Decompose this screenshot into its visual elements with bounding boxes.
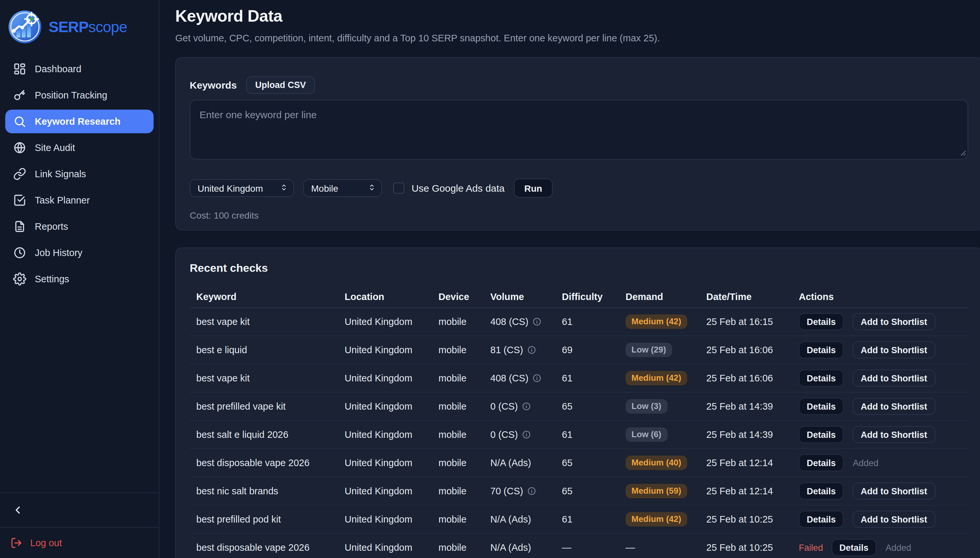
details-button[interactable]: Details <box>799 454 844 471</box>
info-icon[interactable] <box>522 430 531 439</box>
sidebar-item-dashboard[interactable]: Dashboard <box>5 57 154 81</box>
recent-checks-card: Recent checks KeywordLocationDeviceVolum… <box>175 248 980 558</box>
info-icon[interactable] <box>527 486 536 496</box>
cell-device: mobile <box>432 317 484 327</box>
details-button[interactable]: Details <box>832 539 877 556</box>
cell-difficulty: 61 <box>555 429 619 440</box>
cell-actions: DetailsAdd to Shortlist <box>792 511 968 528</box>
add-to-shortlist-button[interactable]: Add to Shortlist <box>853 426 935 443</box>
sidebar-item-label: Dashboard <box>35 64 81 74</box>
add-to-shortlist-button[interactable]: Add to Shortlist <box>853 483 935 500</box>
cell-difficulty: 61 <box>555 514 619 525</box>
location-select[interactable]: United Kingdom <box>190 179 294 197</box>
cell-datetime: 25 Feb at 14:39 <box>700 429 792 440</box>
cell-datetime: 25 Feb at 16:06 <box>700 345 792 355</box>
keywords-label: Keywords <box>190 79 237 90</box>
sidebar-item-task-planner[interactable]: Task Planner <box>5 189 154 212</box>
sidebar-item-label: Site Audit <box>35 143 75 153</box>
cell-keyword: best salt e liquid 2026 <box>190 429 338 440</box>
demand-badge: Medium (40) <box>626 456 687 470</box>
clock-icon <box>13 246 26 259</box>
recent-checks-title: Recent checks <box>190 262 968 275</box>
details-button[interactable]: Details <box>799 313 844 330</box>
cell-volume: N/A (Ads) <box>484 542 555 553</box>
add-to-shortlist-button[interactable]: Add to Shortlist <box>853 398 935 415</box>
upload-csv-button[interactable]: Upload CSV <box>246 76 315 94</box>
cell-keyword: best prefilled pod kit <box>190 514 338 525</box>
device-select[interactable]: Mobile <box>303 179 382 197</box>
details-button[interactable]: Details <box>799 369 844 387</box>
sidebar-collapse-button[interactable] <box>9 502 26 519</box>
details-button[interactable]: Details <box>799 483 844 500</box>
location-select-value: United Kingdom <box>198 183 263 193</box>
cell-keyword: best nic salt brands <box>190 486 338 496</box>
logout-button[interactable]: Log out <box>0 528 159 558</box>
column-header-device: Device <box>432 291 484 302</box>
cell-actions: DetailsAdd to Shortlist <box>792 341 968 358</box>
info-icon[interactable] <box>527 345 536 354</box>
add-to-shortlist-button[interactable]: Add to Shortlist <box>853 511 935 528</box>
cell-difficulty: 69 <box>555 345 619 355</box>
cell-keyword: best disposable vape 2026 <box>190 542 338 553</box>
cell-actions: DetailsAdd to Shortlist <box>792 369 968 387</box>
column-header-location: Location <box>338 291 432 302</box>
sidebar-item-label: Task Planner <box>35 195 90 205</box>
sidebar-item-job-history[interactable]: Job History <box>5 241 154 264</box>
info-icon[interactable] <box>522 402 531 411</box>
cell-location: United Kingdom <box>338 317 432 327</box>
details-button[interactable]: Details <box>799 426 844 443</box>
cell-keyword: best vape kit <box>190 373 338 383</box>
cell-volume: 408 (CS) <box>484 317 555 327</box>
details-button[interactable]: Details <box>799 341 844 358</box>
table-row: best prefilled pod kitUnited Kingdommobi… <box>190 505 968 534</box>
cell-datetime: 25 Feb at 10:25 <box>700 514 792 525</box>
cell-datetime: 25 Feb at 12:14 <box>700 486 792 496</box>
info-icon[interactable] <box>533 317 541 326</box>
sidebar-nav: DashboardPosition TrackingKeyword Resear… <box>0 53 159 492</box>
column-header-difficulty: Difficulty <box>555 291 619 302</box>
sidebar-item-site-audit[interactable]: Site Audit <box>5 136 154 159</box>
page-subtitle: Get volume, CPC, competition, intent, di… <box>175 33 980 43</box>
cell-keyword: best e liquid <box>190 345 338 355</box>
column-header-date-time: Date/Time <box>700 291 792 302</box>
cell-datetime: 25 Feb at 16:15 <box>700 317 792 327</box>
sidebar-item-keyword-research[interactable]: Keyword Research <box>5 110 154 133</box>
cell-keyword: best prefilled vape kit <box>190 401 338 412</box>
cell-device: mobile <box>432 373 484 383</box>
sidebar-item-settings[interactable]: Settings <box>5 267 154 291</box>
cell-datetime: 25 Feb at 16:06 <box>700 373 792 383</box>
column-header-volume: Volume <box>484 291 555 302</box>
cell-location: United Kingdom <box>338 429 432 440</box>
add-to-shortlist-button[interactable]: Add to Shortlist <box>853 313 935 330</box>
cell-volume: 0 (CS) <box>484 401 555 412</box>
run-button[interactable]: Run <box>514 179 553 198</box>
cell-keyword: best vape kit <box>190 317 338 327</box>
details-button[interactable]: Details <box>799 398 844 415</box>
cell-datetime: 25 Feb at 14:39 <box>700 401 792 412</box>
cell-actions: DetailsAdd to Shortlist <box>792 313 968 330</box>
cell-location: United Kingdom <box>338 401 432 412</box>
recent-checks-table: KeywordLocationDeviceVolumeDifficultyDem… <box>190 286 968 558</box>
link-icon <box>13 167 26 181</box>
cell-demand: Low (3) <box>619 399 700 414</box>
sidebar-item-link-signals[interactable]: Link Signals <box>5 162 154 186</box>
keywords-input[interactable] <box>190 100 968 159</box>
sidebar-item-position-tracking[interactable]: Position Tracking <box>5 84 154 107</box>
google-ads-checkbox[interactable] <box>393 182 404 194</box>
chevrons-updown-icon <box>280 182 288 194</box>
cell-demand: Medium (42) <box>619 512 700 527</box>
add-to-shortlist-button[interactable]: Add to Shortlist <box>853 369 935 387</box>
page-title: Keyword Data <box>175 7 980 26</box>
cell-device: mobile <box>432 542 484 553</box>
details-button[interactable]: Details <box>799 511 844 528</box>
sidebar-item-reports[interactable]: Reports <box>5 215 154 238</box>
cell-demand: Low (6) <box>619 427 700 442</box>
cell-difficulty: — <box>555 542 619 553</box>
cell-volume: 0 (CS) <box>484 429 555 440</box>
google-ads-checkbox-label: Use Google Ads data <box>411 182 505 194</box>
sidebar-item-label: Position Tracking <box>35 90 107 100</box>
add-to-shortlist-button[interactable]: Add to Shortlist <box>853 341 935 358</box>
cell-demand: Medium (40) <box>619 456 700 470</box>
cell-volume: 70 (CS) <box>484 486 555 496</box>
info-icon[interactable] <box>533 374 541 383</box>
